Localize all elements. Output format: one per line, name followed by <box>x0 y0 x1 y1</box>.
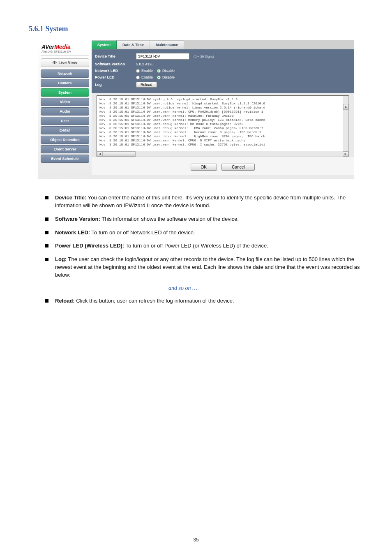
description-list: Device Title: You can enter the name of … <box>29 194 363 305</box>
settings-screenshot: AVerMedia AVerDiGi SF1311H-DV 👁Live View… <box>38 40 354 179</box>
square-bullet-icon <box>45 258 48 261</box>
form-area: Device Title (0 ~ 30 Digits) Software Ve… <box>92 49 354 93</box>
nav-item-video[interactable]: Video <box>41 98 89 106</box>
nav-item-network[interactable]: Network <box>41 69 89 78</box>
log-text: Nov 8 20:15:01 SF1311H-DV syslog.info sy… <box>99 97 265 146</box>
horizontal-scrollbar[interactable]: ◄ ► <box>97 151 348 157</box>
power-led-enable[interactable]: Enable <box>136 75 153 79</box>
brand-part-a: AVer <box>42 44 54 50</box>
ok-button[interactable]: OK <box>191 164 217 171</box>
nav-item-object-detection[interactable]: Object Detection <box>41 136 89 144</box>
square-bullet-icon <box>45 244 48 247</box>
bullet-network-led: Network LED: To turn on or off Network L… <box>45 229 363 237</box>
square-bullet-icon <box>45 196 48 199</box>
radio-icon <box>157 76 161 79</box>
bullet-body: To turn on or off Network LED of the dev… <box>90 229 195 236</box>
network-led-disable[interactable]: Disable <box>157 69 175 73</box>
bullet-body: This information shows the software vers… <box>100 216 239 222</box>
bullet-power-led: Power LED (Wireless LED): To turn on or … <box>45 242 363 250</box>
bullet-software-version: Software Version: This information shows… <box>45 215 363 223</box>
tab-system[interactable]: System <box>92 40 117 49</box>
scroll-thumb[interactable] <box>103 151 136 157</box>
nav-item-event-schedule[interactable]: Event Schedule <box>41 155 89 163</box>
nav-item-audio[interactable]: Audio <box>41 107 89 116</box>
tab-maintenance[interactable]: Maintenance <box>150 40 184 49</box>
square-bullet-icon <box>45 217 48 221</box>
bullet-lead: Log: <box>55 256 67 262</box>
bullet-body: Click this button; user can refresh the … <box>75 298 234 304</box>
tab-date-time[interactable]: Date & Time <box>117 40 150 49</box>
network-led-label: Network LED <box>95 69 136 73</box>
device-title-input[interactable] <box>136 53 189 60</box>
radio-icon <box>136 69 140 73</box>
disable-label: Disable <box>162 75 175 79</box>
reload-button[interactable]: Reload <box>136 82 157 88</box>
bullet-body: The user can check the login/logout or a… <box>55 256 360 278</box>
and-so-on-text: and so on … <box>168 285 363 291</box>
device-title-label: Device Title <box>95 54 136 58</box>
network-led-enable[interactable]: Enable <box>136 69 153 73</box>
live-view-label: Live View <box>58 60 77 65</box>
nav-item-event-server[interactable]: Event Server <box>41 145 89 153</box>
bullet-lead: Power LED (Wireless LED): <box>55 243 124 249</box>
bullet-log: Log: The user can check the login/logout… <box>45 256 363 279</box>
cancel-button[interactable]: Cancel <box>221 164 255 171</box>
log-label: Log <box>95 83 136 87</box>
scroll-left-icon[interactable]: ◄ <box>97 151 103 157</box>
enable-label: Enable <box>141 75 153 79</box>
bullet-device-title: Device Title: You can enter the name of … <box>45 194 363 210</box>
bullet-lead: Network LED: <box>55 229 90 236</box>
bullet-body: To turn on or off Power LED (or Wireless… <box>124 243 268 249</box>
disable-label: Disable <box>162 69 175 73</box>
radio-icon <box>136 76 140 79</box>
page-number: 35 <box>0 537 392 543</box>
nav-item-camera[interactable]: Camera <box>41 79 89 87</box>
brand-logo: AVerMedia <box>41 43 89 50</box>
section-title: 5.6.1 System <box>29 25 363 33</box>
bullet-lead: Reload: <box>55 298 75 304</box>
scroll-right-icon[interactable]: ► <box>343 151 348 157</box>
tab-bar: System Date & Time Maintenance <box>92 40 354 49</box>
nav-item-email[interactable]: E-Mail <box>41 126 89 134</box>
software-version-value: 5.0.2.4128 <box>136 62 154 66</box>
bullet-lead: Software Version: <box>55 216 100 222</box>
dialog-buttons: OK Cancel <box>92 157 354 175</box>
radio-icon <box>157 69 161 73</box>
square-bullet-icon <box>45 231 48 234</box>
brand-part-b: Media <box>54 44 71 50</box>
nav-item-user[interactable]: User <box>41 117 89 125</box>
nav-item-system[interactable]: System <box>41 88 89 97</box>
power-led-disable[interactable]: Disable <box>157 75 175 79</box>
bullet-reload: Reload: Click this button; user can refr… <box>45 297 363 305</box>
scroll-up-icon[interactable]: ▲ <box>343 104 348 110</box>
main-panel: System Date & Time Maintenance Device Ti… <box>92 40 354 179</box>
device-title-hint: (0 ~ 30 Digits) <box>194 55 214 58</box>
software-version-label: Software Version <box>95 62 136 66</box>
bullet-lead: Device Title: <box>55 194 86 201</box>
eye-icon: 👁 <box>53 60 57 65</box>
square-bullet-icon <box>45 299 48 303</box>
log-output[interactable]: Nov 8 20:15:01 SF1311H-DV syslog.info sy… <box>97 95 349 157</box>
sidebar: AVerMedia AVerDiGi SF1311H-DV 👁Live View… <box>38 40 92 179</box>
scroll-track <box>136 151 343 157</box>
bullet-body: You can enter the name of this unit here… <box>55 194 346 208</box>
vertical-scrollbar[interactable]: ▲ <box>343 96 348 151</box>
live-view-button[interactable]: 👁Live View <box>41 58 89 67</box>
enable-label: Enable <box>141 69 153 73</box>
brand-subline: AVerDiGi SF1311H-DV <box>41 50 89 56</box>
power-led-label: Power LED <box>95 75 136 79</box>
